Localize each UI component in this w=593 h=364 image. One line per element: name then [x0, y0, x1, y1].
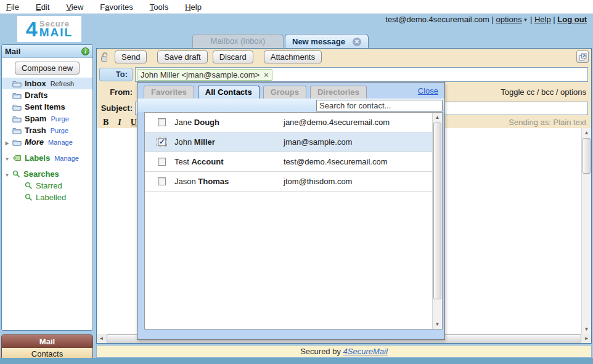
bold-button[interactable]: B [103, 118, 108, 127]
search-icon [25, 182, 33, 190]
scroll-up-icon[interactable] [433, 113, 442, 122]
contact-checkbox[interactable] [158, 118, 166, 126]
compose-toolbar: Send Save draft Discard Attachments [97, 49, 591, 65]
contact-email: jtom@thisdom.com [284, 177, 352, 186]
inbox-refresh-link[interactable]: Refresh [51, 80, 75, 87]
scrollbar-thumb[interactable] [583, 138, 591, 174]
contact-checkbox[interactable] [158, 138, 166, 146]
contact-first-name: Jane [174, 118, 192, 127]
remove-recipient-icon[interactable] [264, 70, 269, 79]
sidebar-item-labels[interactable]: Labels Manage [2, 152, 92, 164]
tab-new-message[interactable]: New message [285, 34, 369, 49]
underline-button[interactable]: U [131, 118, 137, 127]
sidebar-item-label: Spam [25, 114, 46, 123]
menu-file[interactable]: File [6, 2, 19, 12]
attachments-button[interactable]: Attachments [264, 51, 322, 63]
contact-email: jane@demo.4securemail.com [284, 118, 390, 127]
sidebar-item-spam[interactable]: Spam Purge [2, 113, 92, 124]
contact-last-name: Thomas [198, 177, 229, 186]
folder-icon [12, 103, 22, 111]
more-manage-link[interactable]: Manage [48, 139, 73, 146]
trash-purge-link[interactable]: Purge [51, 127, 68, 134]
picker-tab-all-contacts[interactable]: All Contacts [198, 86, 260, 99]
contact-checkbox[interactable] [158, 158, 166, 166]
sidebar-header: Mail [2, 45, 92, 58]
compose-new-button[interactable]: Compose new [15, 62, 80, 75]
picker-tab-groups[interactable]: Groups [263, 86, 306, 99]
to-row: To: John Miller <jman@sample.com> [97, 65, 591, 84]
contact-search-input[interactable] [316, 100, 443, 111]
menu-tools[interactable]: Tools [150, 2, 168, 12]
tab-close-icon[interactable] [353, 38, 361, 46]
sidebar-item-drafts[interactable]: Drafts [2, 89, 92, 101]
sidebar-item-more[interactable]: More Manage [2, 136, 92, 148]
picker-close-link[interactable]: Close [418, 86, 438, 95]
nav-mail-button[interactable]: Mail [2, 335, 92, 348]
menu-favorites[interactable]: Favorites [100, 2, 133, 12]
contact-row[interactable]: Test Account test@demo.4securemail.com [145, 152, 432, 172]
scroll-left-icon[interactable] [97, 334, 106, 343]
discard-button[interactable]: Discard [213, 51, 253, 63]
scroll-down-icon[interactable] [433, 320, 442, 329]
sidebar-item-starred[interactable]: Starred [2, 180, 92, 192]
sidebar-item-trash[interactable]: Trash Purge [2, 124, 92, 136]
to-field[interactable]: John Miller <jman@sample.com> [135, 67, 588, 82]
mail-sidebar: Mail Compose new Inbox Refresh Drafts Se… [1, 44, 93, 331]
sidebar-item-inbox[interactable]: Inbox Refresh [2, 78, 92, 89]
contact-list: Jane Dough jane@demo.4securemail.com Joh… [144, 112, 443, 330]
contact-last-name: Account [191, 157, 223, 166]
secured-footer: Secured by 4SecureMail [96, 345, 592, 358]
contact-list-scrollbar[interactable] [432, 113, 442, 329]
sidebar-item-label: Trash [25, 126, 46, 135]
sidebar-item-labelled[interactable]: Labelled [2, 192, 92, 203]
labels-manage-link[interactable]: Manage [54, 155, 79, 162]
logout-link[interactable]: Log out [557, 15, 587, 24]
options-caret-icon [521, 15, 528, 24]
picker-tab-directories[interactable]: Directories [310, 86, 367, 99]
to-button[interactable]: To: [99, 68, 133, 81]
contact-last-name: Miller [194, 137, 215, 147]
collapse-icon[interactable] [2, 169, 12, 179]
sidebar-item-label: Drafts [25, 91, 48, 100]
scroll-down-icon[interactable] [582, 325, 591, 334]
italic-button[interactable]: I [118, 118, 121, 127]
logo-4: 4 [26, 18, 38, 39]
picker-tab-favorites[interactable]: Favorites [144, 86, 194, 99]
info-icon[interactable] [81, 47, 89, 55]
tab-mailbox-inbox[interactable]: Mailbox (Inbox) [192, 34, 284, 49]
send-button[interactable]: Send [115, 51, 147, 63]
help-link[interactable]: Help [534, 15, 551, 24]
folder-icon [12, 80, 22, 87]
contact-checkbox[interactable] [158, 177, 166, 185]
save-draft-button[interactable]: Save draft [157, 51, 207, 63]
module-nav: Mail Contacts [1, 334, 93, 361]
contact-picker-overlay: Close Favorites All Contacts Groups Dire… [137, 82, 445, 340]
options-link[interactable]: options [496, 15, 521, 24]
contact-row[interactable]: Jane Dough jane@demo.4securemail.com [145, 113, 432, 132]
contact-row[interactable]: Jason Thomas jtom@thisdom.com [145, 172, 432, 192]
sidebar-item-label: Inbox [25, 79, 46, 88]
sidebar-item-sent[interactable]: Sent Items [2, 101, 92, 113]
search-icon [25, 193, 33, 201]
contact-last-name: Dough [194, 118, 219, 127]
webmail-screen: File Edit View Favorites Tools Help 4 Se… [0, 0, 593, 364]
menu-edit[interactable]: Edit [36, 2, 49, 12]
sidebar-item-label: Searches [23, 169, 59, 179]
menu-view[interactable]: View [66, 2, 83, 12]
sidebar-item-label: Labels [25, 153, 50, 163]
body-vertical-scrollbar[interactable] [581, 128, 591, 334]
popout-window-button[interactable] [576, 51, 589, 63]
menu-help[interactable]: Help [185, 2, 202, 12]
securemail-link[interactable]: 4SecureMail [343, 347, 388, 356]
collapse-icon[interactable] [2, 153, 12, 163]
scroll-right-icon[interactable] [582, 334, 591, 343]
sidebar-item-searches[interactable]: Searches [2, 168, 92, 180]
scrollbar-thumb[interactable] [433, 123, 441, 299]
scroll-up-icon[interactable] [582, 128, 591, 137]
account-bar: test@demo.4securemail.com | options | He… [385, 15, 587, 24]
app-logo: 4 Secure MAIL [17, 16, 81, 42]
contact-row[interactable]: John Miller jman@sample.com [145, 132, 432, 152]
expand-icon[interactable] [2, 137, 12, 147]
subject-label: Subject: [97, 103, 135, 113]
spam-purge-link[interactable]: Purge [51, 115, 68, 123]
